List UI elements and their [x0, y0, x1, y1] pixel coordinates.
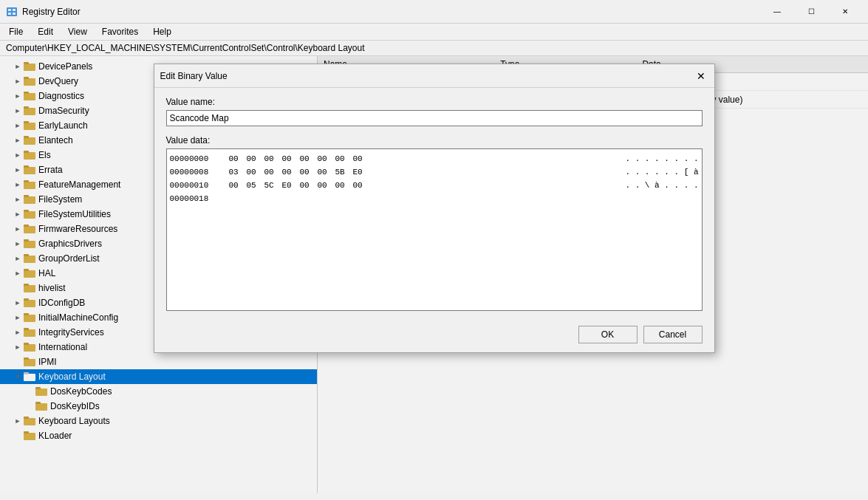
hex-byte: 00 — [353, 152, 368, 165]
svg-rect-3 — [8, 13, 11, 15]
window-controls: — ☐ ✕ — [760, 0, 862, 24]
hex-row: 000000080300000000005BE0. . . . . . [ à — [170, 165, 699, 179]
hex-byte: E0 — [282, 179, 297, 192]
dialog-footer: OK Cancel — [154, 320, 714, 352]
hex-bytes — [229, 192, 699, 205]
hex-byte: 00 — [300, 179, 315, 192]
hex-address: 00000018 — [170, 192, 229, 205]
hex-address: 00000000 — [170, 152, 229, 165]
hex-bytes: 0300000000005BE0 — [229, 165, 614, 179]
hex-bytes: 0000000000000000 — [229, 152, 614, 165]
hex-editor[interactable]: 000000000000000000000000. . . . . . . .0… — [166, 148, 703, 311]
app-title: Registry Editor — [22, 7, 760, 17]
hex-byte: 00 — [318, 165, 332, 179]
svg-rect-1 — [8, 9, 11, 11]
hex-address: 00000010 — [170, 179, 229, 192]
address-bar: Computer\HKEY_LOCAL_MACHINE\SYSTEM\Curre… — [0, 41, 868, 56]
hex-ascii: . . \ à . . . . — [613, 179, 698, 192]
hex-byte: 5B — [335, 165, 350, 179]
dialog-overlay: Edit Binary Value ✕ Value name: Value da… — [0, 56, 868, 493]
hex-byte: 00 — [300, 165, 315, 179]
menu-item-help[interactable]: Help — [147, 25, 177, 38]
dialog-title-bar: Edit Binary Value ✕ — [154, 64, 714, 88]
hex-byte: 00 — [300, 152, 315, 165]
hex-byte: 00 — [247, 165, 262, 179]
value-name-label: Value name: — [166, 97, 703, 107]
hex-byte: 5C — [264, 179, 279, 192]
hex-row: 00000018 — [170, 192, 699, 205]
hex-byte: 05 — [247, 179, 262, 192]
hex-byte: 03 — [229, 165, 244, 179]
menu-item-view[interactable]: View — [62, 25, 93, 38]
svg-rect-0 — [7, 7, 17, 16]
hex-byte: 00 — [318, 179, 332, 192]
hex-bytes: 00055CE000000000 — [229, 179, 614, 192]
hex-byte: 00 — [335, 152, 350, 165]
close-button[interactable]: ✕ — [828, 0, 862, 24]
hex-byte: 00 — [229, 179, 244, 192]
hex-byte: 00 — [282, 165, 297, 179]
value-name-input[interactable] — [166, 110, 703, 126]
minimize-button[interactable]: — — [760, 0, 794, 24]
hex-byte: 00 — [335, 179, 350, 192]
menu-item-favorites[interactable]: Favorites — [96, 25, 144, 38]
hex-byte: 00 — [353, 179, 368, 192]
maximize-button[interactable]: ☐ — [794, 0, 828, 24]
main-content: ►DevicePanels►DevQuery►Diagnostics►DmaSe… — [0, 56, 868, 493]
hex-row: 0000001000055CE000000000. . \ à . . . . — [170, 179, 699, 192]
hex-row: 000000000000000000000000. . . . . . . . — [170, 152, 699, 165]
dialog-close-button[interactable]: ✕ — [694, 69, 708, 83]
hex-byte: 00 — [264, 165, 279, 179]
address-path: Computer\HKEY_LOCAL_MACHINE\SYSTEM\Curre… — [6, 43, 365, 53]
value-data-label: Value data: — [166, 135, 703, 145]
hex-byte: 00 — [282, 152, 297, 165]
hex-address: 00000008 — [170, 165, 229, 179]
hex-byte: 00 — [247, 152, 262, 165]
hex-byte: 00 — [229, 152, 244, 165]
svg-rect-4 — [13, 13, 16, 15]
edit-binary-dialog: Edit Binary Value ✕ Value name: Value da… — [154, 64, 715, 353]
dialog-title: Edit Binary Value — [160, 71, 228, 81]
menu-item-file[interactable]: File — [3, 25, 29, 38]
title-bar: Registry Editor — ☐ ✕ — [0, 0, 868, 24]
menu-item-edit[interactable]: Edit — [32, 25, 59, 38]
regedit-icon — [6, 6, 18, 18]
cancel-button[interactable]: Cancel — [643, 326, 703, 343]
hex-ascii: . . . . . . [ à — [613, 165, 698, 179]
menu-bar: FileEditViewFavoritesHelp — [0, 24, 868, 41]
svg-rect-2 — [13, 9, 16, 11]
hex-byte: E0 — [353, 165, 368, 179]
dialog-body: Value name: Value data: 0000000000000000… — [154, 88, 714, 320]
hex-byte: 00 — [264, 152, 279, 165]
ok-button[interactable]: OK — [578, 326, 638, 343]
hex-ascii: . . . . . . . . — [613, 152, 698, 165]
hex-byte: 00 — [318, 152, 332, 165]
